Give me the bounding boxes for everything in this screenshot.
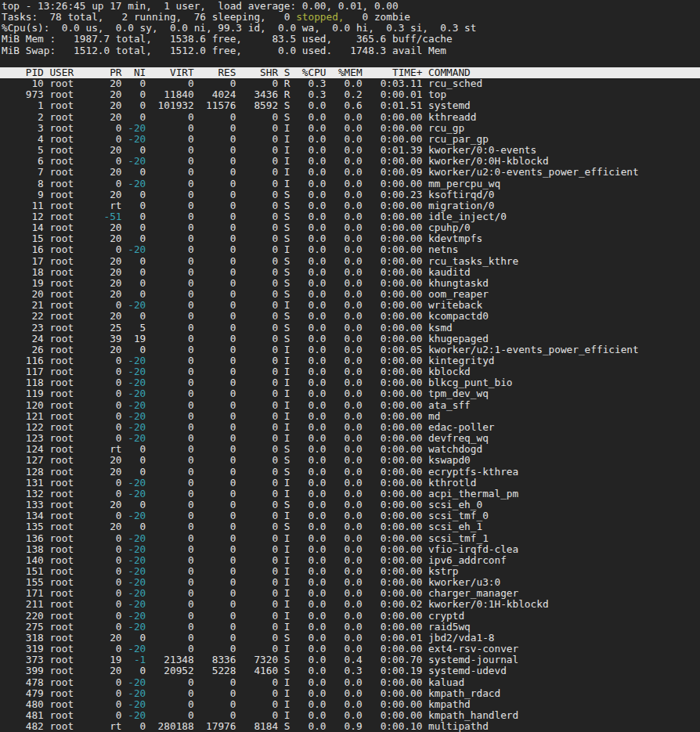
table-row: 482 root rt 0 280188 17976 8184 S 0.0 0.… — [2, 721, 700, 732]
terminal-top-window[interactable]: top - 13:26:45 up 17 min, 1 user, load a… — [0, 0, 700, 732]
table-row: 7 root 20 0 0 0 0 I 0.0 0.0 0:00.09 kwor… — [2, 167, 700, 178]
table-row: 117 root 0 -20 0 0 0 I 0.0 0.0 0:00.00 k… — [2, 366, 700, 377]
table-row: 479 root 0 -20 0 0 0 I 0.0 0.0 0:00.00 k… — [2, 688, 700, 699]
tasks-stopped-text: stopped, — [296, 11, 344, 23]
table-row: 24 root 39 19 0 0 0 S 0.0 0.0 0:00.00 kh… — [2, 334, 700, 344]
table-row: 118 root 0 -20 0 0 0 I 0.0 0.0 0:00.00 b… — [2, 377, 700, 388]
table-row: 20 root 20 0 0 0 0 S 0.0 0.0 0:00.00 oom… — [2, 289, 700, 300]
table-row: 14 root 20 0 0 0 0 S 0.0 0.0 0:00.00 cpu… — [2, 222, 700, 233]
table-row: 128 root 20 0 0 0 0 S 0.0 0.0 0:00.00 ec… — [2, 467, 700, 478]
table-row: 123 root 0 -20 0 0 0 I 0.0 0.0 0:00.00 d… — [2, 433, 700, 444]
table-row: 22 root 20 0 0 0 0 S 0.0 0.0 0:00.00 kco… — [2, 311, 700, 322]
table-row: 399 root 20 0 20952 5228 4160 S 0.0 0.3 … — [2, 665, 700, 676]
table-row: 480 root 0 -20 0 0 0 I 0.0 0.0 0:00.00 k… — [2, 699, 700, 710]
table-row: 119 root 0 -20 0 0 0 I 0.0 0.0 0:00.00 t… — [2, 388, 700, 399]
table-row: 2 root 20 0 0 0 0 S 0.0 0.0 0:00.00 kthr… — [2, 112, 700, 123]
table-row: 120 root 0 -20 0 0 0 I 0.0 0.0 0:00.00 a… — [2, 400, 700, 411]
table-row: 140 root 0 -20 0 0 0 I 0.0 0.0 0:00.00 i… — [2, 555, 700, 566]
table-row: 155 root 0 -20 0 0 0 I 0.0 0.0 0:00.00 k… — [2, 577, 700, 588]
table-row: 11 root rt 0 0 0 0 S 0.0 0.0 0:00.00 mig… — [2, 200, 700, 211]
table-row: 220 root 0 -20 0 0 0 I 0.0 0.0 0:00.00 c… — [2, 611, 700, 622]
table-row: 10 root 20 0 0 0 0 R 0.3 0.0 0:03.11 rcu… — [2, 78, 700, 89]
table-row: 121 root 0 -20 0 0 0 I 0.0 0.0 0:00.00 m… — [2, 411, 700, 422]
process-table: 10 root 20 0 0 0 0 R 0.3 0.0 0:03.11 rcu… — [2, 78, 700, 732]
table-row: 4 root 0 -20 0 0 0 I 0.0 0.0 0:00.00 rcu… — [2, 134, 700, 145]
table-row: 211 root 0 -20 0 0 0 I 0.0 0.0 0:00.02 k… — [2, 599, 700, 610]
table-row: 127 root 20 0 0 0 0 S 0.0 0.0 0:00.00 ks… — [2, 455, 700, 466]
summary-blank-line — [2, 56, 700, 67]
table-row: 171 root 0 -20 0 0 0 I 0.0 0.0 0:00.00 c… — [2, 588, 700, 599]
tasks-counts-text: Tasks: 78 total, 2 running, 76 sleeping,… — [2, 11, 296, 23]
table-row: 481 root 0 -20 0 0 0 I 0.0 0.0 0:00.00 k… — [2, 710, 700, 721]
table-row: 3 root 0 -20 0 0 0 I 0.0 0.0 0:00.00 rcu… — [2, 123, 700, 134]
table-row: 5 root 20 0 0 0 0 I 0.0 0.0 0:01.39 kwor… — [2, 145, 700, 156]
table-row: 12 root -51 0 0 0 0 S 0.0 0.0 0:00.00 id… — [2, 211, 700, 222]
table-row: 319 root 0 -20 0 0 0 I 0.0 0.0 0:00.00 e… — [2, 644, 700, 654]
table-row: 1 root 20 0 101932 11576 8592 S 0.0 0.6 … — [2, 100, 700, 111]
table-row: 124 root rt 0 0 0 0 S 0.0 0.0 0:00.00 wa… — [2, 444, 700, 455]
table-row: 134 root 0 -20 0 0 0 I 0.0 0.0 0:00.00 s… — [2, 510, 700, 521]
tasks-zombie-text: 0 zombie — [345, 11, 410, 23]
table-row: 136 root 0 -20 0 0 0 I 0.0 0.0 0:00.00 s… — [2, 533, 700, 544]
table-row: 23 root 25 5 0 0 0 S 0.0 0.0 0:00.00 ksm… — [2, 323, 700, 334]
table-row: 138 root 0 -20 0 0 0 I 0.0 0.0 0:00.00 v… — [2, 544, 700, 555]
table-row: 19 root 20 0 0 0 0 S 0.0 0.0 0:00.00 khu… — [2, 278, 700, 289]
table-row: 16 root 0 -20 0 0 0 I 0.0 0.0 0:00.00 ne… — [2, 244, 700, 255]
summary-swap-line: MiB Swap: 1512.0 total, 1512.0 free, 0.0… — [2, 45, 700, 56]
table-row: 973 root 20 0 11840 4024 3436 R 0.3 0.2 … — [2, 89, 700, 100]
table-row: 131 root 0 -20 0 0 0 I 0.0 0.0 0:00.00 k… — [2, 478, 700, 489]
table-row: 116 root 0 -20 0 0 0 I 0.0 0.0 0:00.00 k… — [2, 355, 700, 366]
table-row: 135 root 20 0 0 0 0 S 0.0 0.0 0:00.00 sc… — [2, 521, 700, 532]
table-row: 6 root 0 -20 0 0 0 I 0.0 0.0 0:00.00 kwo… — [2, 156, 700, 167]
table-row: 15 root 20 0 0 0 0 S 0.0 0.0 0:00.00 kde… — [2, 233, 700, 244]
table-row: 151 root 0 -20 0 0 0 I 0.0 0.0 0:00.00 k… — [2, 566, 700, 577]
table-row: 478 root 0 -20 0 0 0 I 0.0 0.0 0:00.00 k… — [2, 677, 700, 688]
summary-mem-line: MiB Mem : 1987.7 total, 1538.6 free, 83.… — [2, 34, 700, 45]
table-row: 275 root 0 -20 0 0 0 I 0.0 0.0 0:00.00 r… — [2, 622, 700, 633]
summary-cpu-line: %Cpu(s): 0.0 us, 0.0 sy, 0.0 ni, 99.3 id… — [2, 23, 700, 34]
table-row: 21 root 0 -20 0 0 0 I 0.0 0.0 0:00.00 wr… — [2, 300, 700, 311]
table-row: 133 root 20 0 0 0 0 S 0.0 0.0 0:00.00 sc… — [2, 499, 700, 510]
table-row: 318 root 20 0 0 0 0 S 0.0 0.0 0:00.01 jb… — [2, 633, 700, 644]
table-row: 373 root 19 -1 21348 8336 7320 S 0.0 0.4… — [2, 654, 700, 665]
table-row: 9 root 20 0 0 0 0 S 0.0 0.0 0:00.23 ksof… — [2, 189, 700, 200]
table-row: 132 root 0 -20 0 0 0 I 0.0 0.0 0:00.00 a… — [2, 489, 700, 499]
summary-uptime-line: top - 13:26:45 up 17 min, 1 user, load a… — [2, 1, 700, 12]
table-row: 26 root 20 0 0 0 0 I 0.0 0.0 0:00.05 kwo… — [2, 344, 700, 355]
table-row: 18 root 20 0 0 0 0 S 0.0 0.0 0:00.00 kau… — [2, 267, 700, 278]
summary-tasks-line: Tasks: 78 total, 2 running, 76 sleeping,… — [2, 12, 700, 23]
table-row: 122 root 0 -20 0 0 0 I 0.0 0.0 0:00.00 e… — [2, 422, 700, 433]
table-row: 8 root 0 -20 0 0 0 I 0.0 0.0 0:00.00 mm_… — [2, 178, 700, 189]
process-table-header: PID USER PR NI VIRT RES SHR S %CPU %MEM … — [0, 67, 700, 78]
table-row: 17 root 20 0 0 0 0 S 0.0 0.0 0:00.00 rcu… — [2, 256, 700, 267]
